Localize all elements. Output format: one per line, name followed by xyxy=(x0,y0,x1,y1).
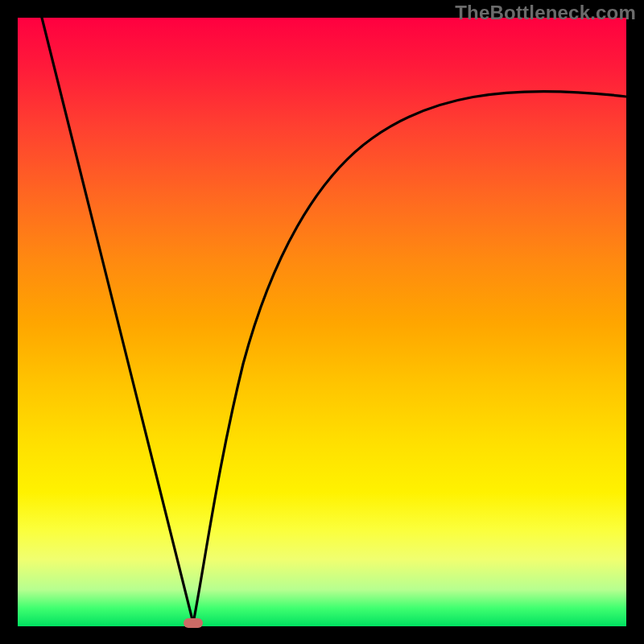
watermark-text: TheBottleneck.com xyxy=(455,2,636,24)
chart-frame: TheBottleneck.com xyxy=(0,0,644,644)
min-marker xyxy=(184,618,203,628)
plot-area xyxy=(18,18,626,626)
curve-left-branch xyxy=(42,18,193,623)
curve-right-branch xyxy=(193,91,626,623)
bottleneck-curve xyxy=(18,18,626,626)
